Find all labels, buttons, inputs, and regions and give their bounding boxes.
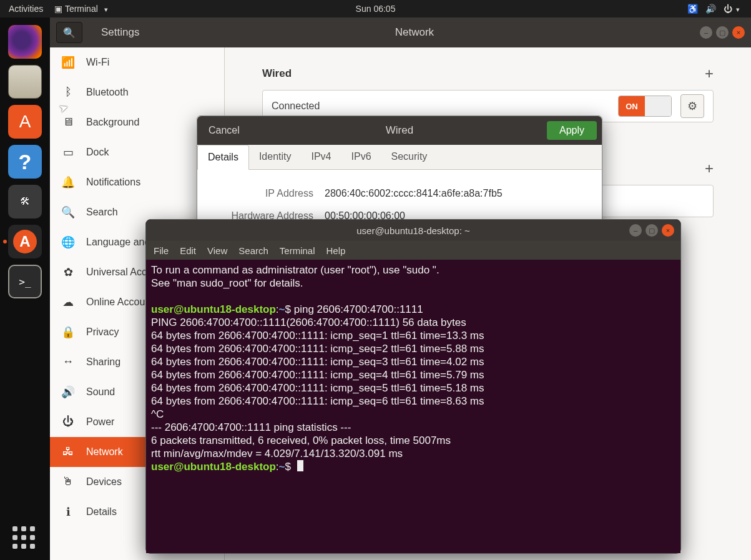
terminal-maximize-button[interactable]: ▢ — [645, 224, 658, 237]
sidebar-item-icon: 🔊 — [61, 385, 75, 399]
power-icon[interactable]: ⏻ — [724, 4, 740, 14]
tab-identity[interactable]: Identity — [249, 145, 302, 169]
dock-app-settings-tools[interactable]: 🛠 — [8, 185, 42, 219]
sidebar-item-icon: ▭ — [61, 145, 75, 159]
terminal-cursor — [297, 460, 303, 471]
terminal-menu-terminal[interactable]: Terminal — [280, 245, 315, 256]
sidebar-item-icon: 🔒 — [61, 325, 75, 339]
minimize-button[interactable]: – — [700, 26, 712, 39]
sidebar-item-label: Notifications — [86, 177, 140, 188]
settings-title-center: Network — [395, 26, 434, 39]
wired-section-title: Wired — [262, 67, 292, 80]
sidebar-item-label: Network — [86, 446, 123, 458]
terminal-menu-edit[interactable]: Edit — [180, 245, 196, 256]
apply-button[interactable]: Apply — [547, 121, 597, 140]
sidebar-item-icon: 🖱 — [61, 475, 75, 488]
wired-toggle-off — [645, 96, 671, 116]
dock-app-software[interactable]: A — [8, 105, 42, 139]
tab-details[interactable]: Details — [197, 145, 249, 170]
show-applications-button[interactable] — [12, 526, 37, 549]
terminal-glyph-icon: >_ — [19, 276, 31, 288]
terminal-icon: ▣ — [54, 4, 65, 14]
sidebar-item-label: Search — [86, 207, 118, 218]
dock-app-files[interactable] — [8, 65, 42, 99]
terminal-minimize-button[interactable]: – — [629, 224, 642, 237]
sidebar-item-label: Background — [86, 117, 139, 128]
wired-toggle[interactable]: ON — [618, 96, 672, 117]
gear-icon: ⚙ — [687, 99, 697, 113]
settings-titlebar[interactable]: 🔍 Settings Network – ▢ × — [50, 17, 751, 47]
tab-ipv6[interactable]: IPv6 — [341, 145, 381, 169]
sidebar-item-icon: ☁ — [61, 295, 75, 309]
terminal-menu-file[interactable]: File — [154, 245, 169, 256]
ubuntu-dock: A ? 🛠 A >_ — [0, 17, 50, 560]
dock-app-terminal[interactable]: >_ — [8, 265, 42, 298]
sidebar-item-label: Sharing — [86, 356, 120, 368]
volume-icon[interactable]: 🔊 — [705, 4, 716, 14]
sidebar-item-label: Wi-Fi — [86, 57, 109, 68]
sidebar-item-icon: ℹ — [61, 505, 75, 519]
sidebar-item-label: Privacy — [86, 327, 119, 338]
sidebar-item-icon: 🔔 — [61, 175, 75, 189]
accessibility-icon[interactable]: ♿ — [687, 4, 698, 14]
dock-app-updater[interactable]: A — [8, 225, 42, 258]
running-indicator — [3, 240, 7, 243]
terminal-menu-search[interactable]: Search — [238, 245, 268, 256]
terminal-titlebar[interactable]: user@ubuntu18-desktop: ~ – ▢ × — [146, 220, 680, 241]
close-button[interactable]: × — [732, 26, 745, 39]
terminal-close-button[interactable]: × — [662, 224, 674, 237]
terminal-title: user@ubuntu18-desktop: ~ — [356, 225, 470, 236]
shopping-bag-icon: A — [19, 112, 31, 132]
clock[interactable]: Sun 06:05 — [356, 4, 396, 14]
wired-status-label: Connected — [272, 101, 320, 112]
terminal-menu-view[interactable]: View — [207, 245, 227, 256]
dock-app-help[interactable]: ? — [8, 145, 42, 179]
terminal-menu-help[interactable]: Help — [326, 245, 346, 256]
add-wired-button[interactable]: + — [705, 65, 714, 82]
sidebar-item-label: Sound — [86, 386, 115, 398]
add-vpn-button[interactable]: + — [705, 160, 714, 177]
dialog-tabs: DetailsIdentityIPv4IPv6Security — [197, 145, 602, 170]
sidebar-item-icon: 🖥 — [61, 115, 75, 129]
sidebar-item-bluetooth[interactable]: ᛒBluetooth — [50, 77, 224, 107]
tab-ipv4[interactable]: IPv4 — [302, 145, 341, 169]
search-icon: 🔍 — [63, 27, 76, 39]
sidebar-item-label: Power — [86, 416, 114, 428]
sidebar-item-icon: 🖧 — [61, 445, 75, 458]
terminal-window: user@ubuntu18-desktop: ~ – ▢ × FileEditV… — [145, 219, 681, 554]
sidebar-item-icon: 🌐 — [61, 235, 75, 249]
terminal-menubar: FileEditViewSearchTerminalHelp — [146, 241, 680, 260]
settings-title-left: Settings — [101, 26, 139, 39]
sidebar-item-icon: 🔍 — [61, 205, 75, 219]
sidebar-item-icon: ⏻ — [61, 415, 75, 428]
ip-address-value: 2806:40c:6002:cccc:8414:a6fe:a8a:7fb5 — [325, 188, 503, 199]
ip-address-label: IP Address — [214, 188, 313, 199]
update-icon: A — [13, 230, 37, 253]
maximize-button[interactable]: ▢ — [716, 26, 729, 39]
terminal-output[interactable]: To run a command as administrator (user … — [146, 260, 680, 553]
sidebar-item-label: Bluetooth — [86, 87, 129, 98]
gnome-top-panel: Activities ▣ Terminal Sun 06:05 ♿ 🔊 ⏻ — [0, 0, 751, 17]
settings-window-controls: – ▢ × — [700, 26, 751, 39]
sidebar-item-label: Details — [86, 506, 117, 518]
sidebar-item-label: Devices — [86, 476, 122, 488]
sidebar-item-icon: 📶 — [61, 56, 75, 69]
dock-app-firefox[interactable] — [8, 25, 42, 59]
app-menu[interactable]: ▣ Terminal — [54, 4, 107, 14]
cancel-button[interactable]: Cancel — [197, 125, 251, 136]
activities-button[interactable]: Activities — [9, 4, 43, 14]
sidebar-item-icon: ᛒ — [61, 86, 75, 99]
sidebar-item-icon: ✿ — [61, 265, 75, 279]
sidebar-item-label: Dock — [86, 147, 109, 158]
dialog-titlebar[interactable]: Cancel Wired Apply — [197, 116, 602, 145]
tab-security[interactable]: Security — [381, 145, 438, 169]
dialog-title: Wired — [386, 124, 413, 137]
settings-search-button[interactable]: 🔍 — [56, 22, 82, 43]
wired-settings-button[interactable]: ⚙ — [680, 94, 704, 118]
sidebar-item-icon: ↔ — [61, 355, 75, 368]
app-menu-label: Terminal — [65, 4, 98, 14]
wired-toggle-on-label: ON — [619, 96, 645, 116]
sidebar-item-wi-fi[interactable]: 📶Wi-Fi — [50, 47, 224, 77]
